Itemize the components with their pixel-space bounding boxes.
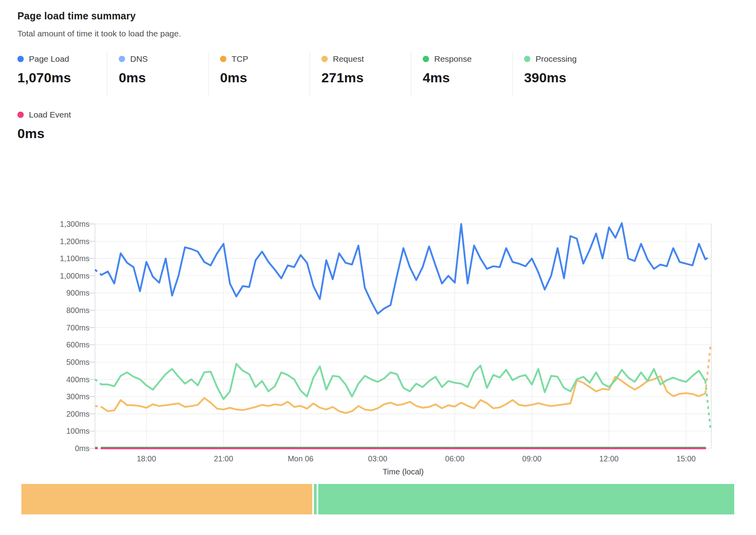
legend-item-processing[interactable]: Processing 390ms xyxy=(512,52,614,96)
svg-text:0ms: 0ms xyxy=(75,444,89,453)
tcp-label: TCP xyxy=(232,54,248,64)
dns-label: DNS xyxy=(130,54,148,64)
legend-item-request[interactable]: Request 271ms xyxy=(310,52,411,96)
page-title: Page load time summary xyxy=(17,10,136,22)
response-value: 4ms xyxy=(423,70,512,85)
processing-label: Processing xyxy=(536,54,577,64)
brush-segment-divider-sliver[interactable] xyxy=(314,484,317,514)
svg-text:700ms: 700ms xyxy=(66,323,89,332)
svg-text:1,100ms: 1,100ms xyxy=(60,254,89,263)
metrics-legend-row: Page Load 1,070ms DNS 0ms TCP 0ms Reques… xyxy=(17,52,614,96)
svg-text:03:00: 03:00 xyxy=(368,454,387,463)
svg-text:1,200ms: 1,200ms xyxy=(60,237,89,246)
processing-value: 390ms xyxy=(524,70,614,85)
timeseries-chart[interactable]: 0ms100ms200ms300ms400ms500ms600ms700ms80… xyxy=(0,174,756,483)
request-value: 271ms xyxy=(321,70,411,85)
response-label: Response xyxy=(434,54,472,64)
request-legend-dot xyxy=(321,56,328,62)
time-range-brush-bar[interactable] xyxy=(0,484,756,514)
legend-item-page-load[interactable]: Page Load 1,070ms xyxy=(17,52,107,96)
legend-item-tcp[interactable]: TCP 0ms xyxy=(208,52,310,96)
svg-text:200ms: 200ms xyxy=(66,410,89,418)
tcp-value: 0ms xyxy=(220,70,310,85)
processing-legend-dot xyxy=(524,56,530,62)
svg-text:1,300ms: 1,300ms xyxy=(60,220,89,228)
svg-text:06:00: 06:00 xyxy=(445,454,465,463)
response-legend-dot xyxy=(423,56,429,62)
load-event-value: 0ms xyxy=(17,126,107,141)
svg-text:400ms: 400ms xyxy=(66,375,89,384)
dns-value: 0ms xyxy=(119,70,208,85)
legend-item-load-event[interactable]: Load Event 0ms xyxy=(17,110,107,154)
secondary-legend-row: Load Event 0ms xyxy=(17,108,107,154)
svg-text:100ms: 100ms xyxy=(66,427,89,435)
load-event-legend-dot xyxy=(17,112,24,118)
svg-text:21:00: 21:00 xyxy=(214,454,233,463)
page-load-legend-dot xyxy=(17,56,24,62)
svg-text:600ms: 600ms xyxy=(66,340,89,349)
svg-text:09:00: 09:00 xyxy=(522,454,541,463)
svg-text:12:00: 12:00 xyxy=(599,454,619,463)
page-load-label: Page Load xyxy=(29,54,69,64)
legend-item-response[interactable]: Response 4ms xyxy=(411,52,512,96)
dns-legend-dot xyxy=(119,56,125,62)
brush-segment-processing-window[interactable] xyxy=(318,484,734,514)
svg-text:15:00: 15:00 xyxy=(676,454,696,463)
request-label: Request xyxy=(333,54,364,64)
svg-text:1,000ms: 1,000ms xyxy=(60,271,89,280)
brush-segment-request-window[interactable] xyxy=(21,484,312,514)
svg-text:18:00: 18:00 xyxy=(137,454,156,463)
svg-text:500ms: 500ms xyxy=(66,358,89,366)
load-event-label: Load Event xyxy=(29,110,71,120)
page-load-value: 1,070ms xyxy=(17,70,107,85)
svg-text:900ms: 900ms xyxy=(66,288,89,297)
legend-item-dns[interactable]: DNS 0ms xyxy=(107,52,208,96)
svg-text:300ms: 300ms xyxy=(66,392,89,401)
tcp-legend-dot xyxy=(220,56,226,62)
svg-text:800ms: 800ms xyxy=(66,306,89,315)
svg-text:Mon 06: Mon 06 xyxy=(288,454,313,463)
page-subtitle: Total amount of time it took to load the… xyxy=(17,29,181,38)
svg-text:Time (local): Time (local) xyxy=(383,467,424,476)
